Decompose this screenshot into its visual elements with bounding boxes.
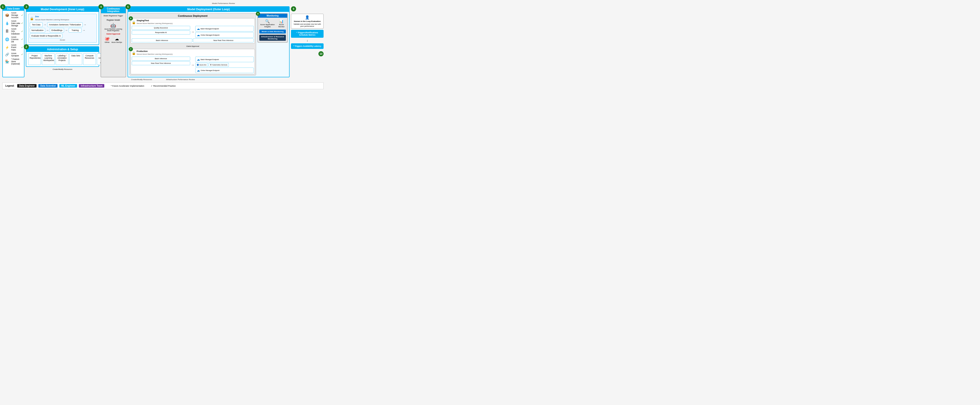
prod-title: Production bbox=[137, 50, 173, 53]
infra-mon-box: Infrastructure & Resource Monitoring bbox=[259, 35, 286, 41]
arrow-icon: → bbox=[84, 23, 86, 26]
list-item: ⚡ Azure Event Hubs ✓ bbox=[4, 44, 23, 51]
pipeline-box-train: Training bbox=[69, 28, 81, 33]
featurestore-icon: 🏪 bbox=[4, 59, 10, 64]
online-endpoint-label: Online Managed Endpoint bbox=[200, 34, 220, 36]
check-icon: ✓ bbox=[21, 46, 23, 49]
badge-infra: Infrastructure Team bbox=[79, 84, 104, 88]
batch-endpoint-label: Batch Managed Endpoint bbox=[200, 28, 219, 30]
triggers-box-2: * Triggers Availability Latency bbox=[291, 43, 324, 49]
cosmos-icon: 🌐 bbox=[4, 37, 10, 42]
outer-loop-body: Continuous Deployment 6 🔒 Staging/Test S… bbox=[128, 12, 289, 77]
dev-title: Dev bbox=[35, 15, 69, 18]
admin-panel: 2 Administration & Setup Project Reposit… bbox=[26, 46, 99, 67]
admin-item-compute: Compute Resources bbox=[83, 53, 96, 65]
outer-right: 8 Monitoring 🔍 Azure Application Insight… bbox=[258, 13, 288, 75]
aml-icon: 🤖 Azure Machine Learning Model Registrie… bbox=[102, 22, 124, 32]
k8s-text: Kubernetes Services bbox=[212, 64, 228, 66]
human-icon: 👤 bbox=[293, 15, 322, 19]
down-arrow: ↓ bbox=[291, 39, 324, 42]
staging-left: Quality Assurance Responsible AI bbox=[132, 26, 190, 35]
model-dev-panel: 3 Model Development (Inner Loop) 🔒 Dev S… bbox=[26, 6, 99, 45]
check-icon: ✓ bbox=[21, 38, 23, 40]
human-sub: Validate and annotate new text with poor… bbox=[293, 23, 322, 27]
list-item: 🔗 Azure Synapse ✓ bbox=[4, 52, 23, 57]
aml-label: Azure Machine Learning Model Registries bbox=[102, 28, 124, 32]
near-realtime-label: Near Real-Time Inference bbox=[193, 38, 254, 42]
prod-inner: Batch Inference Near Real-Time Inference… bbox=[132, 57, 254, 73]
number-5: 5 bbox=[126, 4, 130, 9]
staging-right: ☁ Batch Managed Endpoint ☁ Online Manage… bbox=[195, 26, 254, 38]
app-insights-label: Azure Application Insights bbox=[259, 24, 275, 28]
data-estate-items: 📦 Azure Storage Account ✓ 💧 Azure Data L… bbox=[3, 11, 24, 66]
staging-title: Staging/Test bbox=[137, 19, 173, 22]
number-7: 7 bbox=[129, 47, 133, 51]
cosmos-text: Azure Cosmos DB bbox=[11, 36, 20, 43]
cd-header: Continuous Deployment bbox=[130, 14, 255, 17]
batch-inference-staging: ☁ Batch Managed Endpoint bbox=[195, 26, 254, 32]
data-estate-header: Data Estate bbox=[3, 7, 24, 11]
eventhubs-icon: ⚡ bbox=[4, 45, 10, 50]
human-loop-box: 👤 Human in the Loop Evaluation Validate … bbox=[291, 14, 324, 29]
infra-performance-label: Infrastructure Performance Review bbox=[166, 78, 195, 81]
near-realtime-prod: Near Real-Time Inference bbox=[132, 61, 190, 65]
monitor-icon: 📊 bbox=[277, 19, 286, 24]
prod-icon: 🔒 bbox=[132, 51, 136, 55]
model-data-mon-box: Model & Data Monitoring bbox=[259, 30, 286, 33]
check-icon: ✓ bbox=[21, 14, 23, 16]
model-performance-label: Model Performance Review bbox=[212, 2, 235, 5]
number-6: 6 bbox=[129, 16, 133, 21]
batch-infer-prod: Batch Inference bbox=[132, 57, 190, 61]
check-icon: ✓ bbox=[21, 22, 23, 24]
footer-legend: Legend: Data Engineer Data Scientist ML … bbox=[2, 83, 324, 89]
staging-icon: 🔒 bbox=[132, 21, 136, 24]
pipeline-box-eval: Evaluate Model & Responsible AI bbox=[30, 33, 62, 38]
batch-ep-text: Batch Managed Endpoint bbox=[200, 59, 219, 60]
number-3: 3 bbox=[24, 4, 29, 9]
ci-body: Model Registered Trigger Register Model … bbox=[101, 13, 126, 77]
dev-section: 🔒 Dev Secure Azure Machine Learning Work… bbox=[28, 14, 97, 43]
number-10: 10 bbox=[318, 51, 324, 56]
number-2: 2 bbox=[24, 44, 29, 49]
responsible-ai-box: Responsible AI bbox=[132, 30, 190, 35]
create-modify-label: Create/Modify Resources bbox=[52, 68, 72, 70]
number-4: 4 bbox=[99, 4, 103, 9]
synapse-text: Azure Synapse bbox=[11, 52, 20, 57]
online-endpoint-prod: ☁ Online Managed Endpoint bbox=[195, 67, 254, 73]
monitoring-body: 🔍 Azure Application Insights 📊 Azure Mon… bbox=[258, 18, 287, 42]
datalake-icon: 💧 bbox=[4, 21, 10, 26]
pipeline-flow: Text Data → Annotators Sentences / Token… bbox=[30, 22, 95, 38]
arc-icon: 🔵 bbox=[197, 64, 199, 66]
model-dev-body: 🔒 Dev Secure Azure Machine Learning Work… bbox=[26, 12, 99, 45]
human-title: Human in the Loop Evaluation bbox=[293, 20, 322, 22]
kubernetes-box: ⚙ Kubernetes Services bbox=[208, 63, 229, 67]
gated-approval-ci: Gated Approval bbox=[107, 33, 120, 35]
batch-infer-label: Batch Inference bbox=[132, 38, 192, 42]
staging-inner: Quality Assurance Responsible AI → ☁ Bat… bbox=[132, 26, 254, 38]
list-item: 💧 Azure Data Lake Storage ✓ bbox=[4, 20, 23, 27]
main-container: Model Performance Review 1 Data Estate 📦… bbox=[0, 0, 326, 91]
triggers-box-1: * Triggers/Notifications Schedule Metric… bbox=[291, 30, 324, 38]
sql-icon: 🗄 bbox=[4, 29, 10, 34]
staging-row: 6 🔒 Staging/Test Secure Azure Machine Le… bbox=[130, 18, 255, 43]
list-item: 📦 Azure Storage Account ✓ bbox=[4, 12, 23, 19]
diagram: 1 Data Estate 📦 Azure Storage Account ✓ … bbox=[2, 6, 324, 77]
arrow-icon: → bbox=[65, 29, 68, 32]
admin-item-datasets: Data Sets bbox=[69, 53, 82, 65]
staging-workspace: Secure Azure Machine Learning Workspace(… bbox=[137, 22, 173, 24]
number-1: 1 bbox=[0, 4, 5, 9]
ci-tools: 🐙 Github ☁ Azure DevOps bbox=[105, 36, 122, 43]
featurestore-text: * Feature Store (Optional) bbox=[11, 58, 23, 65]
ci-tool-github: 🐙 Github bbox=[105, 36, 110, 43]
k8s-icon: ⚙ bbox=[210, 64, 212, 66]
create-modify-bottom: Create/Modify Resources bbox=[131, 78, 152, 81]
arrow-icon: → bbox=[46, 29, 49, 32]
admin-item-ml: Machine Learning Workspaces bbox=[42, 53, 55, 65]
pipeline-box-embed: Embeddings bbox=[50, 28, 64, 33]
storage-text: Azure Storage Account bbox=[11, 12, 20, 19]
badge-de: Data Engineer bbox=[17, 84, 37, 88]
app-insights-icon: 🔍 bbox=[259, 19, 275, 24]
dev-subtitle: Secure Azure Machine Learning Workspace bbox=[35, 19, 69, 21]
list-item: 🗄 Azure SQL Database ✓ bbox=[4, 28, 23, 35]
cloud-icon: ☁ bbox=[197, 33, 200, 37]
